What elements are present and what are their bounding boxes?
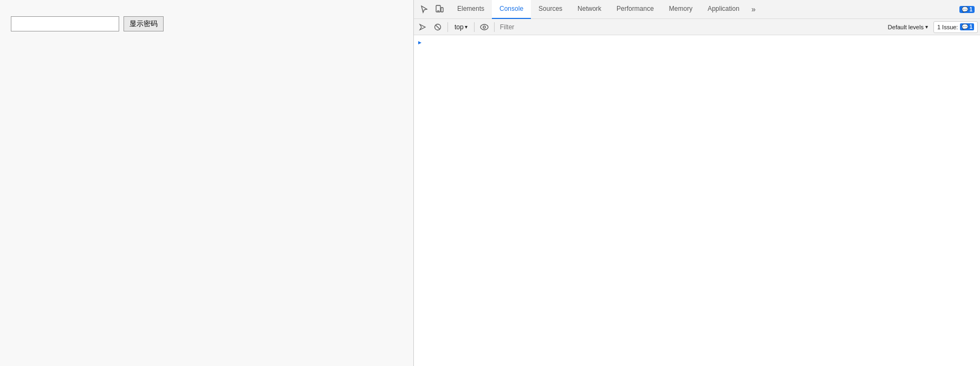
context-label: top [455, 23, 464, 31]
toolbar-divider-1 [447, 22, 448, 32]
context-selector-button[interactable]: top ▾ [451, 21, 471, 33]
issues-button[interactable]: 1 Issue: 💬1 [933, 21, 978, 33]
devtools-tab-bar: Elements Console Sources Network Perform… [414, 0, 980, 19]
caret-icon: ▸ [418, 38, 421, 46]
issues-count-icon: 💬 [962, 24, 968, 30]
console-badge: 💬1 [959, 6, 975, 13]
toolbar-divider-3 [494, 22, 495, 32]
tab-memory[interactable]: Memory [661, 0, 700, 19]
tab-more-icon: » [751, 5, 756, 14]
devtools-badge-area: 💬1 [956, 6, 980, 13]
live-expressions-button[interactable] [478, 21, 491, 34]
devtools-panel: Elements Console Sources Network Perform… [413, 0, 980, 366]
svg-marker-3 [420, 24, 425, 30]
issues-count-badge: 💬1 [960, 23, 974, 30]
console-badge-icon: 💬 [962, 7, 968, 12]
password-input[interactable] [11, 16, 119, 31]
tab-application[interactable]: Application [700, 0, 747, 19]
default-levels-button[interactable]: Default levels ▾ [885, 21, 931, 33]
page-area: 显示密码 [0, 0, 413, 366]
devtools-header-icons [414, 2, 450, 16]
svg-point-6 [481, 24, 488, 30]
svg-point-7 [483, 25, 485, 28]
console-filter-input[interactable] [498, 21, 882, 33]
default-levels-label: Default levels [888, 24, 924, 30]
tab-more-button[interactable]: » [747, 0, 760, 19]
console-caret[interactable]: ▸ [414, 37, 980, 47]
clear-console-button[interactable] [416, 21, 429, 34]
inspect-element-icon[interactable] [417, 2, 431, 16]
svg-rect-1 [441, 8, 443, 12]
context-dropdown-arrow: ▾ [465, 24, 468, 30]
console-content-area: ▸ [414, 35, 980, 366]
tab-performance[interactable]: Performance [609, 0, 661, 19]
device-toolbar-icon[interactable] [432, 2, 446, 16]
svg-line-5 [436, 25, 440, 29]
console-toolbar: top ▾ Default levels ▾ 1 Issue: 💬1 [414, 19, 980, 35]
tab-network[interactable]: Network [570, 0, 609, 19]
issues-label: 1 Issue: [937, 24, 958, 30]
toolbar-divider-2 [474, 22, 475, 32]
default-levels-arrow: ▾ [925, 24, 928, 30]
block-console-button[interactable] [431, 21, 444, 34]
page-content: 显示密码 [11, 16, 164, 31]
tab-elements[interactable]: Elements [450, 0, 492, 19]
show-password-button[interactable]: 显示密码 [124, 16, 164, 31]
tab-sources[interactable]: Sources [531, 0, 570, 19]
tab-console[interactable]: Console [492, 0, 531, 19]
